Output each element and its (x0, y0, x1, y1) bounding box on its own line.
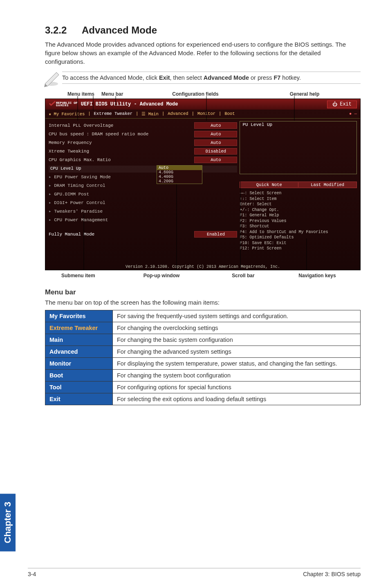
sub-cpu-power-mgmt[interactable]: CPU Power Management (49, 215, 237, 224)
bios-logo: REPUBLIC OF GAMERS (56, 101, 78, 107)
table-row: AdvancedFor changing the advanced system… (45, 346, 361, 358)
bios-title: UEFI BIOS Utility - Advanced Mode (81, 101, 178, 107)
bios-version: Version 2.10.1208. Copyright (C) 2013 Am… (45, 265, 360, 269)
table-row: MainFor changing the basic system config… (45, 334, 361, 346)
label-scrollbar: Scroll bar (213, 273, 274, 278)
hw-dot-icon: ● — (349, 111, 357, 117)
section-heading: 3.2.2Advanced Mode (45, 25, 361, 36)
quick-note-bar: Quick Note Last Modified (240, 182, 357, 188)
table-desc: For selecting the exit options and loadi… (113, 393, 361, 405)
table-row: Extreme TweakerFor changing the overcloc… (45, 322, 361, 334)
tab-advanced[interactable]: Advanced (168, 111, 188, 117)
menu-bar-heading: Menu bar (45, 288, 361, 296)
row-cpu-graphics-ratio[interactable]: CPU Graphics Max. Ratio Auto (49, 155, 237, 164)
table-row: ExitFor selecting the exit options and l… (45, 393, 361, 405)
table-key: Exit (45, 393, 113, 405)
table-row: My FavoritesFor saving the frequently-us… (45, 310, 361, 322)
bios-check-icon (49, 101, 56, 108)
menu-bar-table: My FavoritesFor saving the frequently-us… (45, 310, 361, 405)
label-nav-keys: Navigation keys (274, 273, 361, 278)
table-key: Boot (45, 370, 113, 382)
table-desc: For saving the frequently-used system se… (113, 310, 361, 322)
label-menu-items: Menu items (61, 91, 101, 97)
sub-tweakers-paradise[interactable]: Tweakers' Paradise (49, 207, 237, 215)
table-key: Monitor (45, 358, 113, 370)
group-cpu-level-up[interactable]: CPU Level Up CPU Level Up (49, 166, 237, 173)
chapter-side-tab: Chapter 3 (0, 494, 16, 551)
label-submenu: Submenu item (45, 273, 110, 278)
sub-dram-timing[interactable]: DRAM Timing Control (49, 181, 237, 190)
tip-text: To access the Advanced Mode, click Exit,… (62, 74, 361, 81)
label-config-fields: Configuration fields (142, 91, 249, 97)
bios-tabs: ★ My Favorites | Extreme Tweaker | ☰ Mai… (45, 110, 360, 119)
label-menu-bar: Menu bar (101, 91, 142, 97)
tab-extreme-tweaker[interactable]: Extreme Tweaker (94, 111, 133, 117)
power-icon: ⏻ (332, 101, 337, 108)
table-row: ToolFor configuring options for special … (45, 382, 361, 393)
table-desc: For changing the basic system configurat… (113, 334, 361, 346)
tab-monitor[interactable]: Monitor (197, 111, 215, 117)
table-key: Tool (45, 382, 113, 393)
row-pll-overvoltage[interactable]: Internal PLL Overvoltage Auto (49, 121, 237, 130)
section-title-text: Advanced Mode (82, 25, 157, 36)
intro-paragraph: The Advanced Mode provides advanced opti… (45, 40, 361, 66)
table-key: Advanced (45, 346, 113, 358)
table-row: MonitorFor displaying the system tempera… (45, 358, 361, 370)
table-row: BootFor changing the system boot configu… (45, 370, 361, 382)
label-general-help: General help (249, 91, 361, 97)
screenshot-top-labels: Menu items Menu bar Configuration fields… (61, 91, 361, 97)
row-memory-freq[interactable]: Memory Frequency Auto (49, 138, 237, 147)
sub-digi-power[interactable]: DIGI+ Power Control (49, 198, 237, 207)
sub-epu-power-saving[interactable]: EPU Power Saving Mode (49, 173, 237, 181)
screenshot-bottom-labels: Submenu item Pop-up window Scroll bar Na… (45, 273, 361, 278)
section-number: 3.2.2 (45, 25, 82, 36)
note-icon (43, 69, 61, 89)
sub-gpu-dimm-post[interactable]: GPU.DIMM Post (49, 190, 237, 198)
label-popup: Pop-up window (110, 273, 213, 278)
table-desc: For changing the advanced system setting… (113, 346, 361, 358)
table-desc: For changing the system boot configurati… (113, 370, 361, 382)
exit-button[interactable]: ⏻ Exit (327, 101, 357, 108)
menu-bar-intro: The menu bar on top of the screen has th… (45, 299, 361, 306)
popup-cpu-level-options[interactable]: Auto 4.600G 4.400G 4.200G (157, 165, 202, 184)
table-desc: For changing the overclocking settings (113, 322, 361, 334)
footer-chapter: Chapter 3: BIOS setup (303, 571, 361, 577)
table-key: Main (45, 334, 113, 346)
table-desc: For displaying the system temperature, p… (113, 358, 361, 370)
table-key: My Favorites (45, 310, 113, 322)
page-number: 3-4 (28, 571, 36, 577)
tab-boot[interactable]: Boot (224, 111, 235, 117)
quick-note-button[interactable]: Quick Note (240, 182, 298, 187)
row-xtreme-tweaking[interactable]: Xtreme Tweaking Disabled (49, 147, 237, 155)
bios-screenshot: REPUBLIC OF GAMERS UEFI BIOS Utility - A… (45, 99, 361, 270)
tab-my-favorites[interactable]: ★ My Favorites (49, 111, 85, 117)
table-key: Extreme Tweaker (45, 322, 113, 334)
help-panel-title-box: PU Level Up (240, 121, 357, 174)
row-fully-manual[interactable]: Fully Manual Mode Enabled (49, 230, 237, 238)
tip-note: To access the Advanced Mode, click Exit,… (62, 72, 361, 84)
row-cpu-bus-speed[interactable]: CPU bus speed : DRAM speed ratio mode Au… (49, 130, 237, 138)
help-keys: →←: Select Screen ↑↓: Select Item Enter:… (240, 191, 357, 251)
table-desc: For configuring options for special func… (113, 382, 361, 393)
field-pll[interactable]: Auto (194, 122, 237, 129)
last-modified-button[interactable]: Last Modified (298, 182, 356, 187)
tab-main[interactable]: ☰ Main (141, 111, 159, 117)
